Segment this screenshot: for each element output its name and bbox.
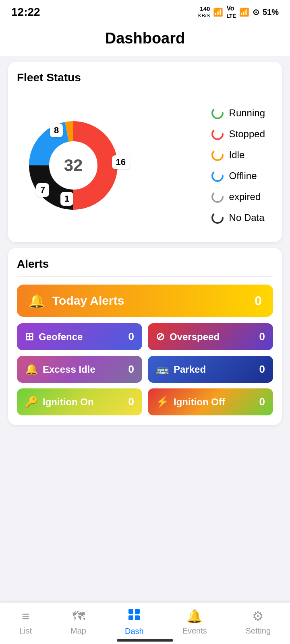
page-title: Dashboard — [0, 23, 290, 56]
geofence-count: 0 — [128, 330, 134, 343]
legend-stopped-label: Stopped — [229, 128, 265, 140]
excess-idle-button[interactable]: 🔔 Excess Idle 0 — [17, 356, 142, 383]
signal-icon: 📶 — [239, 7, 249, 17]
nav-dash[interactable]: Dash — [125, 608, 144, 636]
lte-icon: VoLTE — [226, 5, 236, 19]
events-icon: 🔔 — [186, 609, 203, 624]
ignition-on-button[interactable]: 🔑 Ignition On 0 — [17, 388, 142, 415]
nav-list[interactable]: ≡ List — [19, 609, 32, 636]
list-icon: ≡ — [22, 609, 29, 624]
nav-setting[interactable]: ⚙ Setting — [246, 609, 271, 636]
ignition-off-label: Ignition Off — [174, 396, 225, 408]
today-alerts-left: 🔔 Today Alerts — [28, 293, 124, 309]
svg-rect-14 — [135, 615, 140, 620]
svg-point-7 — [212, 150, 223, 160]
alert-grid: ⊞ Geofence 0 ⊘ Overspeed 0 🔔 Excess Idle… — [17, 323, 273, 415]
fleet-status-title: Fleet Status — [17, 71, 273, 84]
nav-list-label: List — [19, 626, 32, 636]
status-icons: 140 KB/S 📶 VoLTE 📶 ⊙ 51% — [198, 5, 279, 19]
idle-icon — [211, 148, 224, 162]
ignition-off-button[interactable]: ⚡ Ignition Off 0 — [148, 388, 273, 415]
home-bar — [117, 639, 173, 642]
overspeed-count: 0 — [259, 330, 265, 343]
excess-idle-label: Excess Idle — [43, 364, 95, 375]
setting-icon: ⚙ — [252, 609, 264, 624]
donut-chart: 32 8 16 7 1 — [21, 113, 126, 218]
running-icon — [211, 106, 224, 120]
home-indicator — [0, 638, 290, 644]
parked-button[interactable]: 🚌 Parked 0 — [148, 356, 273, 383]
expired-icon — [211, 190, 224, 204]
geofence-label: Geofence — [39, 331, 83, 343]
today-alerts-label: Today Alerts — [52, 294, 124, 308]
ignition-on-label: Ignition On — [43, 396, 94, 408]
status-time: 12:22 — [11, 6, 40, 19]
legend-expired-label: expired — [229, 191, 261, 202]
seg-label-running: 16 — [112, 155, 130, 169]
parked-icon: 🚌 — [156, 363, 169, 376]
svg-point-9 — [212, 192, 223, 202]
svg-rect-11 — [128, 609, 133, 614]
overspeed-icon: ⊘ — [156, 330, 165, 343]
ignition-on-icon: 🔑 — [25, 396, 38, 408]
nodata-icon — [211, 211, 224, 225]
speed-indicator: 140 KB/S — [198, 5, 210, 19]
legend-offline-label: Offline — [229, 170, 257, 182]
svg-point-6 — [212, 129, 223, 139]
seg-label-idle: 1 — [60, 192, 73, 206]
donut-total: 32 — [64, 156, 83, 175]
nav-events[interactable]: 🔔 Events — [182, 609, 207, 636]
legend-nodata: No Data — [211, 211, 265, 225]
legend-running: Running — [211, 106, 265, 120]
today-alerts-count: 0 — [255, 293, 262, 308]
offline-icon — [211, 169, 224, 183]
dash-icon — [128, 608, 141, 624]
legend-idle: Idle — [211, 148, 265, 162]
seg-label-stopped: 8 — [50, 124, 63, 137]
parked-label: Parked — [174, 364, 206, 375]
bell-plus-icon: 🔔 — [28, 293, 45, 309]
nav-setting-label: Setting — [246, 626, 271, 636]
wifi-icon: 📶 — [213, 7, 223, 17]
geofence-button[interactable]: ⊞ Geofence 0 — [17, 323, 142, 350]
nav-dash-label: Dash — [125, 627, 144, 636]
legend-offline: Offline — [211, 169, 265, 183]
overspeed-button[interactable]: ⊘ Overspeed 0 — [148, 323, 273, 350]
alerts-title: Alerts — [17, 258, 273, 270]
svg-point-10 — [212, 213, 223, 223]
svg-rect-13 — [128, 615, 133, 620]
nav-map[interactable]: 🗺 Map — [70, 609, 86, 636]
fleet-status-card: Fleet Status 32 8 16 7 1 — [8, 62, 282, 242]
ignition-off-count: 0 — [259, 396, 265, 408]
nav-map-label: Map — [70, 626, 86, 636]
legend-expired: expired — [211, 190, 265, 204]
alerts-card: Alerts 🔔 Today Alerts 0 ⊞ Geofence 0 ⊘ O… — [8, 248, 282, 425]
status-bar: 12:22 140 KB/S 📶 VoLTE 📶 ⊙ 51% — [0, 0, 290, 23]
fleet-content: 32 8 16 7 1 Running Stopped — [17, 98, 273, 233]
fleet-legend: Running Stopped Idle Offline — [211, 106, 269, 225]
battery-percent: 51% — [263, 8, 279, 17]
legend-running-label: Running — [229, 107, 265, 119]
nav-events-label: Events — [182, 626, 207, 636]
stopped-icon — [211, 127, 224, 141]
seg-label-offline: 7 — [36, 183, 49, 197]
map-icon: 🗺 — [72, 609, 85, 624]
legend-nodata-label: No Data — [229, 212, 265, 223]
parked-count: 0 — [259, 363, 265, 376]
svg-rect-12 — [135, 609, 140, 614]
battery-icon: ⊙ — [253, 7, 259, 17]
legend-idle-label: Idle — [229, 149, 245, 161]
today-alerts-button[interactable]: 🔔 Today Alerts 0 — [17, 285, 273, 317]
svg-point-8 — [212, 171, 223, 181]
geofence-icon: ⊞ — [25, 330, 34, 343]
svg-point-5 — [212, 108, 223, 118]
ignition-on-count: 0 — [128, 396, 134, 408]
overspeed-label: Overspeed — [170, 331, 220, 343]
legend-stopped: Stopped — [211, 127, 265, 141]
excess-idle-count: 0 — [128, 363, 134, 376]
excess-idle-icon: 🔔 — [25, 363, 38, 376]
ignition-off-icon: ⚡ — [156, 396, 169, 408]
